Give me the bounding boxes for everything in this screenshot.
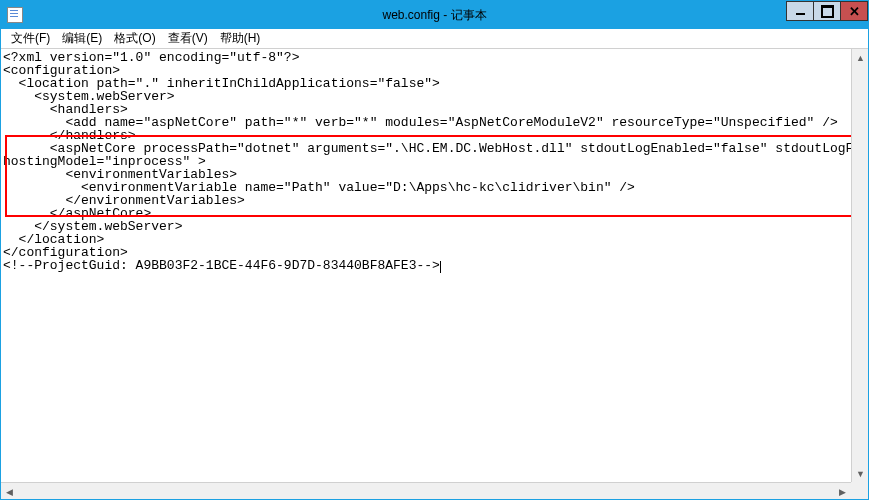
scroll-right-icon[interactable]: ▶ bbox=[834, 483, 851, 499]
scroll-track-vertical[interactable] bbox=[852, 66, 868, 465]
vertical-scrollbar[interactable]: ▲ ▼ bbox=[851, 49, 868, 482]
maximize-button[interactable] bbox=[813, 1, 841, 21]
scroll-up-icon[interactable]: ▲ bbox=[852, 49, 868, 66]
window-title: web.config - 记事本 bbox=[1, 7, 868, 24]
menubar: 文件(F) 编辑(E) 格式(O) 查看(V) 帮助(H) bbox=[1, 29, 868, 49]
menu-view[interactable]: 查看(V) bbox=[162, 28, 214, 49]
window-controls: ✕ bbox=[787, 1, 868, 21]
scroll-left-icon[interactable]: ◀ bbox=[1, 483, 18, 499]
menu-edit[interactable]: 编辑(E) bbox=[56, 28, 108, 49]
menu-help[interactable]: 帮助(H) bbox=[214, 28, 267, 49]
text-content[interactable]: <?xml version="1.0" encoding="utf-8"?> <… bbox=[1, 49, 868, 275]
menu-file[interactable]: 文件(F) bbox=[5, 28, 56, 49]
text-scroll[interactable]: <?xml version="1.0" encoding="utf-8"?> <… bbox=[1, 49, 868, 499]
close-button[interactable]: ✕ bbox=[840, 1, 868, 21]
scrollbar-corner bbox=[851, 482, 868, 499]
titlebar[interactable]: web.config - 记事本 ✕ bbox=[1, 1, 868, 29]
notepad-window: web.config - 记事本 ✕ 文件(F) 编辑(E) 格式(O) 查看(… bbox=[0, 0, 869, 500]
app-icon bbox=[7, 7, 23, 23]
scroll-down-icon[interactable]: ▼ bbox=[852, 465, 868, 482]
content-area: <?xml version="1.0" encoding="utf-8"?> <… bbox=[1, 49, 868, 499]
minimize-button[interactable] bbox=[786, 1, 814, 21]
scroll-track-horizontal[interactable] bbox=[18, 483, 834, 499]
text-cursor bbox=[440, 261, 441, 273]
menu-format[interactable]: 格式(O) bbox=[108, 28, 161, 49]
horizontal-scrollbar[interactable]: ◀ ▶ bbox=[1, 482, 851, 499]
